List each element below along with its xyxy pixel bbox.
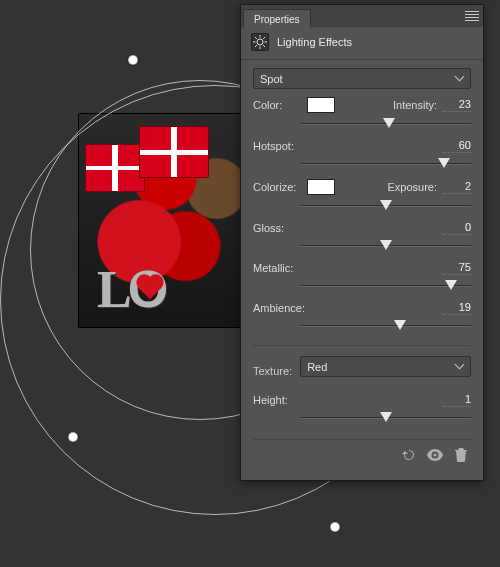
svg-line-6: [263, 45, 265, 47]
ambience-slider[interactable]: [301, 317, 471, 335]
reset-icon[interactable]: [399, 446, 419, 464]
trash-icon[interactable]: [451, 446, 471, 464]
gloss-label: Gloss:: [253, 222, 301, 234]
ambience-value[interactable]: 19: [443, 301, 471, 315]
svg-point-9: [433, 453, 436, 456]
gloss-slider[interactable]: [301, 237, 471, 255]
lighting-effects-icon: [251, 33, 269, 51]
intensity-label: Intensity:: [393, 99, 437, 111]
chevron-down-icon: [456, 75, 464, 83]
chevron-down-icon: [456, 363, 464, 371]
properties-panel: Properties Lighting Effects Spot Color: …: [240, 4, 484, 481]
gloss-value[interactable]: 0: [443, 221, 471, 235]
texture-label: Texture:: [253, 365, 292, 377]
effect-title: Lighting Effects: [277, 36, 352, 48]
svg-line-5: [255, 37, 257, 39]
tab-properties[interactable]: Properties: [243, 9, 311, 28]
color-swatch[interactable]: [307, 97, 335, 113]
metallic-slider[interactable]: [301, 277, 471, 295]
height-slider[interactable]: [301, 409, 471, 427]
svg-line-8: [263, 37, 265, 39]
effect-title-row: Lighting Effects: [241, 27, 483, 60]
ambience-label: Ambience:: [253, 302, 305, 314]
light-handle[interactable]: [128, 55, 138, 65]
metallic-label: Metallic:: [253, 262, 301, 274]
colorize-label: Colorize:: [253, 181, 301, 193]
exposure-label: Exposure:: [387, 181, 437, 193]
panel-tabbar: Properties: [241, 5, 483, 27]
svg-line-7: [255, 45, 257, 47]
colorize-swatch[interactable]: [307, 179, 335, 195]
metallic-value[interactable]: 75: [443, 261, 471, 275]
panel-menu-icon[interactable]: [465, 9, 479, 23]
hotspot-value[interactable]: 60: [443, 139, 471, 153]
light-handle[interactable]: [330, 522, 340, 532]
height-value[interactable]: 1: [443, 393, 471, 407]
hotspot-label: Hotspot:: [253, 140, 301, 152]
light-type-value: Spot: [260, 73, 456, 85]
intensity-value[interactable]: 23: [443, 98, 471, 112]
height-label: Height:: [253, 394, 301, 406]
svg-point-0: [257, 39, 263, 45]
intensity-slider[interactable]: [301, 115, 471, 133]
exposure-value[interactable]: 2: [443, 180, 471, 194]
color-label: Color:: [253, 99, 301, 111]
visibility-icon[interactable]: [425, 446, 445, 464]
light-type-select[interactable]: Spot: [253, 68, 471, 89]
texture-value: Red: [307, 361, 456, 373]
light-handle[interactable]: [68, 432, 78, 442]
exposure-slider[interactable]: [301, 197, 471, 215]
texture-select[interactable]: Red: [300, 356, 471, 377]
hotspot-slider[interactable]: [301, 155, 471, 173]
